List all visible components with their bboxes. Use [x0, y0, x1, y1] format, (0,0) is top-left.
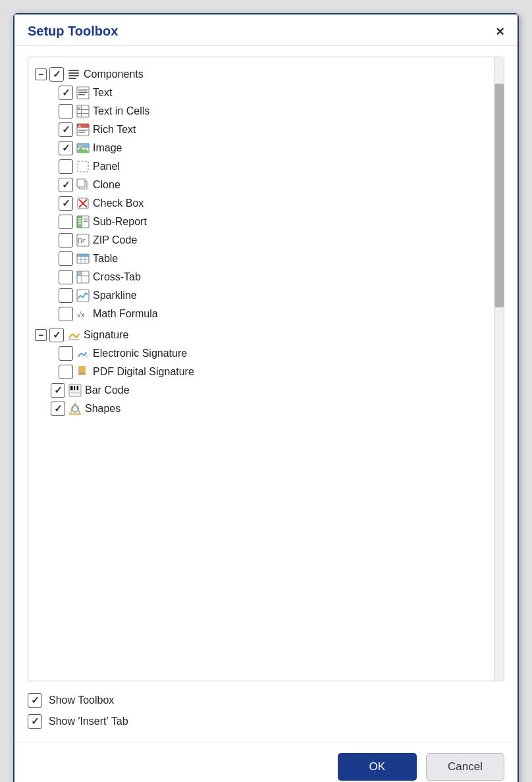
image-checkbox[interactable]	[59, 141, 73, 155]
text-in-cells-item: A Text in Cells	[59, 102, 497, 120]
panel-checkbox[interactable]	[59, 159, 73, 174]
cross-tab-icon	[76, 270, 90, 284]
svg-rect-55	[76, 386, 76, 390]
svg-rect-50	[78, 366, 86, 375]
close-button[interactable]: ×	[496, 24, 504, 39]
bar-code-checkbox[interactable]	[51, 383, 65, 398]
signature-label: Signature	[84, 329, 129, 341]
text-icon	[76, 86, 90, 100]
sparkline-item: Sparkline	[59, 286, 497, 305]
svg-rect-6	[78, 92, 88, 93]
signature-collapse-btn[interactable]: −	[35, 329, 47, 341]
image-item: Image	[59, 139, 497, 157]
zip-code-checkbox[interactable]	[59, 233, 73, 248]
tree-container[interactable]: − Components	[28, 57, 504, 681]
electronic-sig-checkbox[interactable]	[59, 346, 73, 361]
setup-toolbox-dialog: Setup Toolbox × − Components	[13, 13, 519, 782]
svg-rect-46	[77, 290, 89, 301]
rich-text-label: Rich Text	[93, 124, 136, 136]
check-box-item: Check Box	[59, 194, 497, 213]
show-toolbox-item: Show Toolbox	[28, 693, 504, 708]
svg-point-21	[79, 145, 82, 147]
rich-text-checkbox[interactable]	[59, 122, 73, 137]
clone-checkbox[interactable]	[59, 178, 73, 192]
svg-rect-16	[78, 130, 88, 131]
text-checkbox[interactable]	[59, 86, 73, 100]
svg-rect-57	[70, 392, 80, 394]
signature-group-checkbox[interactable]	[49, 328, 64, 342]
table-checkbox[interactable]	[59, 251, 73, 266]
svg-rect-10	[77, 113, 89, 114]
panel-label: Panel	[93, 161, 120, 172]
pdf-sig-item: PDF Digital Signature	[59, 363, 497, 381]
cross-tab-checkbox[interactable]	[59, 270, 73, 284]
math-formula-icon: √x	[76, 307, 90, 321]
table-item: Table	[59, 249, 497, 268]
ok-button[interactable]: OK	[338, 753, 417, 781]
sparkline-checkbox[interactable]	[59, 288, 73, 303]
svg-rect-19	[77, 143, 89, 148]
dialog-footer: OK Cancel	[14, 742, 518, 782]
check-box-icon	[76, 196, 90, 211]
svg-rect-3	[68, 78, 76, 79]
svg-text:∏Z: ∏Z	[78, 238, 86, 244]
show-toolbox-checkbox[interactable]	[28, 693, 42, 708]
signature-icon	[66, 328, 81, 342]
cross-tab-label: Cross-Tab	[93, 271, 141, 283]
sparkline-label: Sparkline	[93, 290, 137, 301]
text-in-cells-checkbox[interactable]	[59, 104, 73, 118]
svg-rect-43	[77, 271, 82, 276]
electronic-sig-label: Electronic Signature	[93, 348, 187, 359]
svg-text:A: A	[78, 124, 81, 128]
sub-report-item: Sub-Report	[59, 213, 497, 231]
components-checkbox[interactable]	[49, 67, 64, 82]
svg-rect-53	[72, 386, 73, 390]
dialog-header: Setup Toolbox ×	[14, 14, 518, 46]
svg-rect-22	[78, 161, 88, 172]
svg-rect-7	[78, 94, 85, 95]
pdf-sig-label: PDF Digital Signature	[93, 366, 194, 378]
image-label: Image	[93, 142, 122, 154]
sub-report-icon	[76, 215, 90, 229]
bar-code-item: Bar Code	[51, 381, 497, 400]
svg-rect-32	[78, 223, 81, 224]
svg-rect-31	[78, 221, 81, 222]
svg-rect-0	[68, 70, 79, 71]
math-formula-label: Math Formula	[93, 308, 158, 320]
text-item: Text	[59, 84, 497, 102]
zip-code-icon: ∏Z	[76, 233, 90, 248]
table-label: Table	[93, 253, 118, 265]
rich-text-item: A Rich Text	[59, 120, 497, 139]
sub-report-checkbox[interactable]	[59, 215, 73, 229]
math-formula-checkbox[interactable]	[59, 307, 73, 321]
zip-code-item: ∏Z ZIP Code	[59, 231, 497, 249]
shapes-label: Shapes	[85, 403, 120, 415]
show-insert-tab-checkbox[interactable]	[28, 714, 42, 729]
rich-text-icon: A	[76, 122, 90, 137]
cancel-button[interactable]: Cancel	[426, 753, 504, 781]
show-toolbox-label: Show Toolbox	[49, 694, 114, 706]
svg-rect-2	[68, 75, 79, 76]
scrollbar-track[interactable]	[494, 57, 504, 681]
table-icon	[76, 251, 90, 266]
dialog-title: Setup Toolbox	[28, 24, 118, 39]
check-box-checkbox[interactable]	[59, 196, 73, 211]
cross-tab-item: Cross-Tab	[59, 268, 497, 286]
svg-text:√x: √x	[77, 311, 85, 319]
svg-rect-24	[77, 179, 85, 187]
show-insert-tab-item: Show 'Insert' Tab	[28, 714, 504, 729]
bar-code-icon	[68, 383, 82, 398]
scrollbar-thumb[interactable]	[494, 84, 504, 307]
components-group-header: − Components	[35, 65, 497, 84]
svg-rect-5	[78, 90, 88, 91]
bar-code-label: Bar Code	[85, 384, 130, 396]
panel-icon	[76, 159, 90, 174]
components-collapse-btn[interactable]: −	[35, 68, 47, 80]
signature-group-header: − Signature	[35, 326, 497, 344]
pdf-sig-checkbox[interactable]	[59, 365, 73, 379]
check-box-label: Check Box	[93, 197, 144, 209]
shapes-checkbox[interactable]	[51, 402, 65, 416]
pdf-sig-icon	[76, 365, 90, 379]
text-in-cells-icon: A	[76, 104, 90, 118]
svg-text:A: A	[78, 106, 80, 110]
